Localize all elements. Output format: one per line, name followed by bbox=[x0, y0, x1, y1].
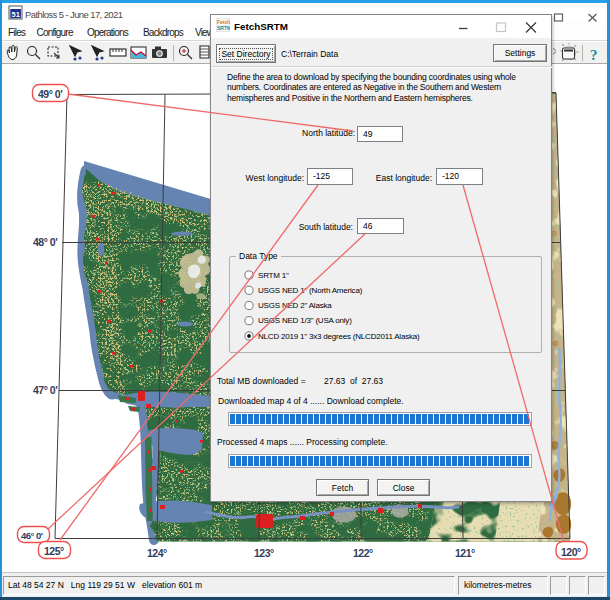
svg-text:SRTM: SRTM bbox=[217, 25, 230, 31]
svg-text:121°: 121° bbox=[455, 547, 475, 559]
svg-text:47° 0': 47° 0' bbox=[33, 384, 57, 396]
svg-text:123°: 123° bbox=[254, 547, 274, 559]
svg-text:122°: 122° bbox=[353, 547, 373, 559]
svg-text:124°: 124° bbox=[147, 547, 167, 559]
svg-text:51: 51 bbox=[12, 10, 20, 19]
svg-text:?: ? bbox=[590, 47, 598, 63]
svg-text:48° 0': 48° 0' bbox=[33, 236, 57, 248]
